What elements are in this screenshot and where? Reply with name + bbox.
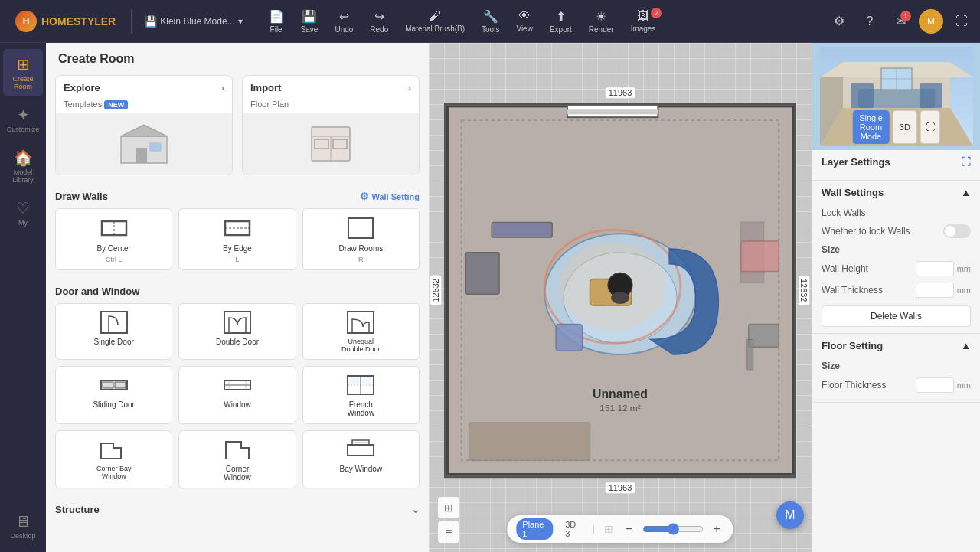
project-name-label: Klein Blue Mode...: [160, 16, 234, 27]
wall-height-row: Wall Height 6000 mm: [822, 258, 971, 279]
new-badge: NEW: [104, 100, 128, 109]
wall-settings-title[interactable]: Wall Settings ▲: [822, 187, 971, 198]
double-door-item[interactable]: Double Door: [178, 303, 296, 360]
user-avatar[interactable]: M: [919, 9, 943, 34]
wall-settings-collapse-icon[interactable]: ▲: [961, 187, 971, 198]
bay-window-item[interactable]: Bay Window: [302, 430, 420, 488]
svg-rect-30: [362, 377, 372, 385]
images-badge: 2: [651, 8, 662, 18]
by-edge-label: By Edge: [223, 244, 252, 253]
by-center-tool[interactable]: By Center Ctrl L: [55, 208, 172, 270]
dimension-right: 12632: [799, 275, 810, 305]
images-button[interactable]: 🖼 Images 2: [623, 6, 664, 36]
svg-rect-64: [851, 83, 874, 108]
fullscreen-button[interactable]: ⛶: [949, 9, 974, 34]
settings-button[interactable]: ⚙: [827, 9, 851, 34]
canvas-bottom-controls: Plane 1 3D 3 | ⊞ − +: [507, 515, 733, 543]
view-icon: 👁: [518, 9, 531, 23]
project-name[interactable]: 💾 Klein Blue Mode... ▾: [138, 12, 248, 31]
view-button[interactable]: 👁 View: [508, 6, 541, 36]
file-button[interactable]: 📄 File: [261, 6, 292, 37]
zoom-in-button[interactable]: +: [710, 521, 724, 537]
structure-expand-icon[interactable]: ⌄: [411, 504, 420, 515]
draw-walls-label: Draw Walls: [55, 191, 108, 202]
layer-settings-title[interactable]: Layer Settings ⛶: [822, 156, 971, 168]
delete-walls-button[interactable]: Delete Walls: [822, 305, 971, 327]
export-icon: ⬆: [556, 9, 566, 24]
app-name: HOMESTYLER: [41, 15, 116, 28]
sidebar-item-create-room[interactable]: ⊞ CreateRoom: [3, 49, 43, 96]
redo-button[interactable]: ↪ Redo: [362, 6, 396, 37]
preview-expand-button[interactable]: ⛶: [920, 110, 940, 144]
floor-plan-svg: Unnamed 151.12 m²: [446, 105, 794, 475]
toolbar: H HOMESTYLER 💾 Klein Blue Mode... ▾ 📄 Fi…: [0, 0, 980, 43]
layer-settings-expand-icon[interactable]: ⛶: [961, 156, 971, 168]
floor-settings-section: Floor Setting ▲ Size Floor Thickness 100…: [812, 334, 980, 403]
floor-size-label-row: Size: [822, 358, 971, 374]
structure-label: Structure: [55, 504, 100, 515]
door-items-grid: Single Door Double Door UnequalDouble Do: [46, 303, 429, 498]
save-button[interactable]: 💾 Save: [293, 6, 326, 37]
wall-settings-section: Wall Settings ▲ Lock Walls Whether to lo…: [812, 181, 980, 334]
single-room-mode-button[interactable]: Single Room Mode: [852, 110, 890, 144]
single-door-item[interactable]: Single Door: [55, 303, 172, 360]
3d-view-button[interactable]: 3D 3: [559, 518, 586, 540]
floor-settings-title[interactable]: Floor Setting ▲: [822, 340, 971, 351]
grid-tool-button[interactable]: ≡: [438, 521, 459, 543]
sidebar-item-desktop[interactable]: 🖥 Desktop: [3, 507, 43, 546]
room-outline: Unnamed 151.12 m²: [444, 103, 796, 478]
svg-rect-3: [149, 142, 162, 152]
zoom-fit-button[interactable]: ⊞: [601, 521, 616, 537]
svg-rect-14: [101, 312, 127, 333]
svg-rect-50: [469, 422, 590, 459]
svg-text:151.12 m²: 151.12 m²: [599, 403, 640, 413]
sidebar-item-customize[interactable]: ✦ Customize: [3, 100, 43, 139]
sliding-door-item[interactable]: Sliding Door: [55, 366, 172, 424]
wall-height-input[interactable]: 6000: [916, 261, 954, 276]
floor-size-label: Size: [822, 361, 840, 371]
unequal-double-door-item[interactable]: UnequalDouble Door: [302, 303, 420, 360]
french-window-item[interactable]: FrenchWindow: [302, 366, 420, 424]
draw-walls-section: Draw Walls ⚙ Wall Setting: [46, 185, 429, 208]
render-button[interactable]: ☀ Render: [581, 6, 622, 37]
canvas-area[interactable]: 11963 11963 12632 12632: [429, 43, 812, 552]
window-item[interactable]: Window: [178, 366, 296, 424]
import-floor-plan-card[interactable]: Import › Floor Plan: [242, 75, 420, 175]
wall-thickness-value-group: 240 mm: [916, 283, 971, 298]
undo-button[interactable]: ↩ Undo: [327, 6, 361, 37]
sidebar-item-model-library[interactable]: 🏠 ModelLibrary: [3, 142, 43, 190]
draw-rooms-tool[interactable]: Draw Rooms R: [302, 208, 420, 270]
snap-tool-button[interactable]: ⊞: [438, 497, 459, 518]
export-button[interactable]: ⬆ Export: [542, 6, 580, 37]
floor-thickness-input[interactable]: 100: [916, 377, 954, 393]
wall-height-label: Wall Height: [822, 263, 868, 274]
explore-templates-card[interactable]: Explore › Templates NEW: [55, 75, 233, 175]
notification-button[interactable]: ✉ 1: [888, 9, 913, 34]
by-edge-tool[interactable]: By Edge L: [178, 208, 296, 270]
svg-rect-19: [115, 382, 126, 388]
plane-view-button[interactable]: Plane 1: [516, 518, 553, 540]
app-logo[interactable]: H HOMESTYLER: [6, 11, 125, 32]
dimension-bottom: 11963: [606, 482, 635, 493]
structure-section: Structure ⌄: [46, 498, 429, 521]
zoom-slider[interactable]: [642, 523, 704, 535]
toolbar-tools: 📄 File 💾 Save ↩ Undo ↪ Redo 🖌 Material B…: [261, 6, 664, 37]
svg-rect-55: [741, 241, 779, 271]
wall-setting-button[interactable]: ⚙ Wall Setting: [360, 191, 420, 202]
corner-window-item[interactable]: CornerWindow: [178, 430, 296, 488]
sidebar-item-my[interactable]: ♡ My: [3, 193, 43, 233]
lock-walls-toggle[interactable]: [943, 224, 971, 238]
preview-3d-button[interactable]: 3D: [893, 110, 917, 144]
corner-bay-window-item[interactable]: Corner BayWindow: [55, 430, 172, 488]
svg-rect-46: [556, 324, 583, 351]
tools-button[interactable]: 🔧 Tools: [474, 6, 507, 37]
toolbar-separator-1: [131, 9, 132, 34]
divider: |: [593, 524, 595, 534]
material-brush-button[interactable]: 🖌 Material Brush(B): [397, 6, 472, 36]
help-button[interactable]: ?: [858, 9, 882, 34]
floor-settings-collapse-icon[interactable]: ▲: [961, 340, 971, 351]
wall-thickness-input[interactable]: 240: [916, 283, 954, 298]
zoom-out-button[interactable]: −: [622, 521, 636, 537]
svg-text:Unnamed: Unnamed: [593, 387, 648, 400]
wall-thickness-row: Wall Thickness 240 mm: [822, 279, 971, 301]
